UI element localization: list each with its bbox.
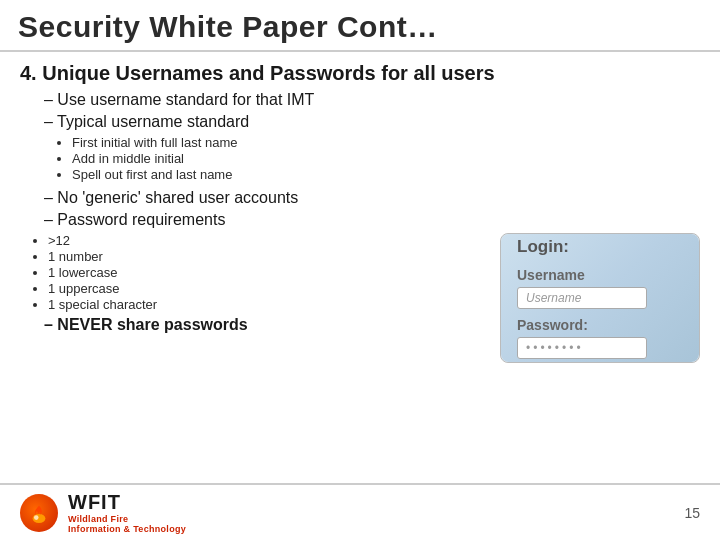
logo-text-group: WFIT Wildland Fire Information & Technol…	[68, 491, 186, 534]
bullet-item: Spell out first and last name	[72, 167, 700, 182]
username-field: Username	[517, 287, 647, 309]
logo-circle	[20, 494, 58, 532]
logo-wfit: WFIT	[68, 491, 186, 514]
bullet-list-1: First initial with full last name Add in…	[20, 135, 700, 183]
bullet-item: 1 number	[48, 249, 490, 264]
bullet-item: First initial with full last name	[72, 135, 700, 150]
bullet-item: Add in middle initial	[72, 151, 700, 166]
footer: WFIT Wildland Fire Information & Technol…	[0, 483, 720, 540]
slide-title: Security White Paper Cont…	[18, 10, 702, 44]
dash-item-3: – No 'generic' shared user accounts	[20, 189, 700, 207]
svg-point-1	[34, 515, 39, 520]
fire-icon	[28, 502, 50, 524]
bullet-item: 1 special character	[48, 297, 490, 312]
logo-org-subtitle: Information & Technology	[68, 524, 186, 534]
lower-text: >12 1 number 1 lowercase 1 uppercase 1 s…	[20, 233, 490, 334]
title-bar: Security White Paper Cont…	[0, 0, 720, 52]
login-label: Login:	[517, 237, 569, 257]
logo-org-name: Wildland Fire	[68, 514, 186, 524]
dash-item-1: – Use username standard for that IMT	[20, 91, 700, 109]
bullet-item: 1 uppercase	[48, 281, 490, 296]
bullet-list-2: >12 1 number 1 lowercase 1 uppercase 1 s…	[20, 233, 490, 312]
lower-section: >12 1 number 1 lowercase 1 uppercase 1 s…	[20, 233, 700, 363]
password-label: Password:	[517, 317, 588, 333]
slide: Security White Paper Cont… 4. Unique Use…	[0, 0, 720, 540]
bullet-item: 1 lowercase	[48, 265, 490, 280]
section-heading: 4. Unique Usernames and Passwords for al…	[20, 62, 700, 85]
never-share-item: – NEVER share passwords	[20, 316, 490, 334]
username-label: Username	[517, 267, 585, 283]
dash-item-2: – Typical username standard	[20, 113, 700, 131]
bullet-item: >12	[48, 233, 490, 248]
dash-item-4: – Password requirements	[20, 211, 700, 229]
login-image: Login: Username Username Password: •••••…	[500, 233, 700, 363]
content-area: 4. Unique Usernames and Passwords for al…	[0, 52, 720, 483]
page-number: 15	[684, 505, 700, 521]
password-field: ••••••••	[517, 337, 647, 359]
never-share-text: – NEVER share passwords	[44, 316, 248, 333]
